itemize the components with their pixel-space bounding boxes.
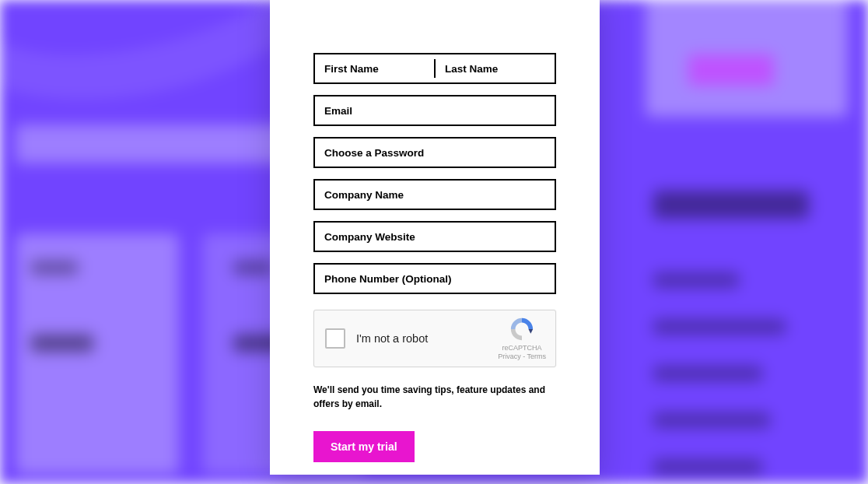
recaptcha-widget: I'm not a robot reCAPTCHA Privacy - Term…: [313, 310, 556, 367]
recaptcha-checkbox[interactable]: [325, 328, 345, 349]
password-field: [313, 137, 556, 168]
first-name-input[interactable]: [315, 54, 434, 82]
company-name-input[interactable]: [315, 181, 555, 209]
recaptcha-label: I'm not a robot: [356, 332, 498, 345]
phone-field: [313, 263, 556, 294]
signup-form: I'm not a robot reCAPTCHA Privacy - Term…: [313, 53, 556, 462]
recaptcha-badge: reCAPTCHA Privacy - Terms: [498, 316, 546, 361]
recaptcha-terms-link[interactable]: Terms: [527, 352, 547, 360]
company-website-input[interactable]: [315, 223, 555, 251]
email-input[interactable]: [315, 96, 555, 125]
signup-modal: I'm not a robot reCAPTCHA Privacy - Term…: [270, 0, 600, 475]
svg-marker-0: [529, 329, 534, 334]
recaptcha-icon: [509, 316, 535, 342]
recaptcha-brand: reCAPTCHA: [498, 344, 546, 352]
name-field-group: [313, 53, 556, 84]
company-website-field: [313, 221, 556, 252]
last-name-input[interactable]: [436, 54, 555, 82]
email-field: [313, 95, 556, 126]
email-disclosure-text: We'll send you time saving tips, feature…: [313, 383, 556, 411]
recaptcha-privacy-link[interactable]: Privacy: [498, 352, 521, 360]
phone-input[interactable]: [315, 265, 555, 293]
start-trial-button[interactable]: Start my trial: [313, 431, 415, 462]
password-input[interactable]: [315, 139, 555, 167]
company-name-field: [313, 179, 556, 210]
